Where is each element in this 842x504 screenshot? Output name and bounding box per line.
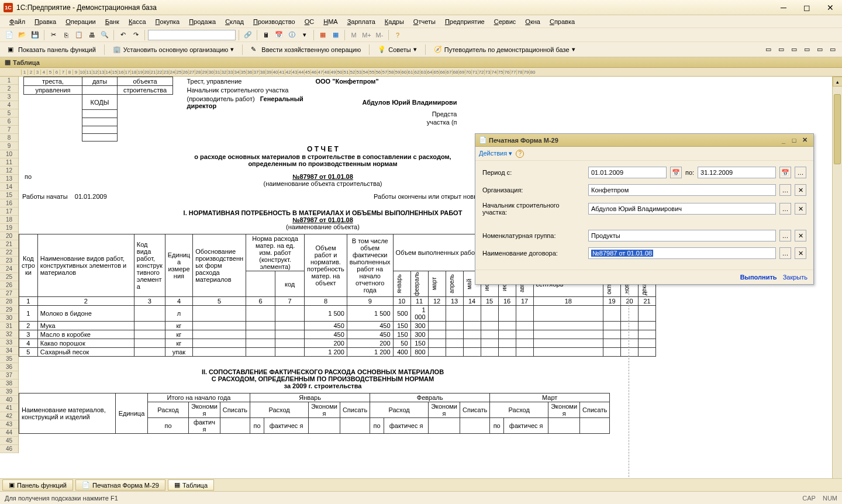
calendar-icon[interactable]: 📅 [779,167,791,178]
close-button[interactable]: ✕ [822,2,838,13]
window-mgmt-icon[interactable]: ▭ [801,44,813,56]
task-m29[interactable]: 📄Печатная Форма М-29 [75,479,165,491]
clear-button[interactable]: ✕ [795,203,806,215]
menu-reports[interactable]: Отчеты [409,17,440,26]
menu-kassa[interactable]: Касса [124,17,151,26]
select-button[interactable]: … [779,230,791,241]
dialog-close-button[interactable]: ✕ [799,136,810,145]
select-button[interactable]: … [779,203,791,215]
menu-warehouse[interactable]: Склад [220,17,249,26]
menu-bank[interactable]: Банк [101,17,124,26]
maximize-button[interactable]: ◻ [799,2,815,13]
statusbar: Для получения подсказки нажмите F1 CAP N… [0,491,842,504]
window-mgmt-icon[interactable]: ▭ [814,44,826,56]
open-icon[interactable]: 📂 [16,29,28,41]
org-input[interactable] [588,184,776,196]
scroll-up-icon[interactable]: ▴ [833,77,842,87]
menu-nma[interactable]: НМА [319,17,342,26]
help-icon[interactable]: ? [516,150,524,158]
cut-icon[interactable]: ✂ [47,29,59,41]
dialog-minimize-button[interactable]: _ [778,136,789,145]
select-button[interactable]: … [779,184,791,196]
clear-button[interactable]: ✕ [795,184,806,196]
close-link[interactable]: Закрыть [783,274,808,281]
menu-hr[interactable]: Кадры [380,17,409,26]
nom-input[interactable] [588,230,776,241]
app-icon: 1C [4,3,13,12]
enter-op-button[interactable]: ✎ Ввести хозяйственную операцию [247,44,365,56]
menu-salary[interactable]: Зарплата [343,17,380,26]
help-icon[interactable]: ? [392,29,403,41]
period-select-button[interactable]: … [795,167,806,178]
show-panel-button[interactable]: ▣ Показать панель функций [4,44,100,56]
copy-icon[interactable]: ⎘ [60,29,72,41]
search-input[interactable] [148,30,236,40]
print-icon[interactable]: 🖶 [86,29,98,41]
undo-icon[interactable]: ↶ [117,29,129,41]
head-label: Начальник строительного участка: [482,202,585,216]
nom-label: Номенклатурная группа: [482,232,585,239]
menu-edit[interactable]: Правка [30,17,61,26]
panel-icon: ▣ [9,481,15,489]
comparison-table: Наименование материалов, конструкций и и… [19,393,610,434]
mminus-icon[interactable]: M- [374,29,385,41]
document-tab[interactable]: ▦ Таблица [0,57,842,68]
minimize-button[interactable]: ─ [775,2,792,13]
paste-icon[interactable]: 📋 [73,29,85,41]
vertical-scrollbar[interactable]: ▴ ▾ [832,77,842,502]
menu-production[interactable]: Производство [249,17,300,26]
org-label: Организация: [482,187,585,194]
window-mgmt-icon[interactable]: ▭ [762,44,774,56]
guide-button[interactable]: 🧭 Путеводитель по демонстрационной базе … [430,44,579,56]
redo-icon[interactable]: ↷ [130,29,142,41]
menu-file[interactable]: Файл [5,17,30,26]
calendar-icon[interactable]: 📅 [670,167,682,178]
head-input[interactable] [588,203,776,215]
find-icon[interactable]: 🔍 [99,29,111,41]
chart-icon[interactable]: ▦ [330,29,341,41]
menu-os[interactable]: ОС [300,17,319,26]
window-mgmt-icon[interactable]: ▭ [788,44,800,56]
mplus-icon[interactable]: M+ [361,29,372,41]
window-mgmt-icon[interactable]: ▭ [775,44,787,56]
clear-button[interactable]: ✕ [795,230,806,241]
menu-purchase[interactable]: Покупка [151,17,185,26]
menu-sale[interactable]: Продажа [184,17,220,26]
grid-icon[interactable]: ▦ [317,29,329,41]
link-icon[interactable]: 🔗 [242,29,254,41]
period-from-input[interactable] [588,167,667,178]
clear-button[interactable]: ✕ [795,247,806,259]
period-to-input[interactable] [698,167,776,178]
menu-windows[interactable]: Окна [520,17,545,26]
task-table[interactable]: ▦Таблица [168,479,214,491]
menu-help[interactable]: Справка [545,17,579,26]
menu-enterprise[interactable]: Предприятие [440,17,489,26]
menu-operations[interactable]: Операции [61,17,100,26]
set-org-button[interactable]: 🏢 Установить основную организацию ▾ [109,44,239,56]
contract-input[interactable]: №87987 от 01.01.08 [588,247,776,259]
save-icon[interactable]: 💾 [29,29,41,41]
pencil-icon: ✎ [251,46,259,54]
calendar-icon[interactable]: 📅 [273,29,285,41]
tips-button[interactable]: 💡 Советы ▾ [374,44,420,56]
chevron-down-icon: ▾ [230,46,234,53]
period-from-label: Период с: [482,169,585,176]
task-panel[interactable]: ▣Панель функций [2,479,73,491]
info-icon[interactable]: ⓘ [286,29,298,41]
table-row: 2Мукакг450450150300 [19,322,656,330]
dialog-maximize-button[interactable]: □ [789,136,799,145]
window-mgmt-icon[interactable]: ▭ [827,44,838,56]
execute-button[interactable]: Выполнить [740,274,777,281]
scroll-thumb[interactable] [834,94,841,164]
window-taskbar: ▣Панель функций 📄Печатная Форма М-29 ▦Та… [0,478,842,491]
new-icon[interactable]: 📄 [4,29,15,41]
menu-service[interactable]: Сервис [489,17,521,26]
calc-icon[interactable]: 🖩 [260,29,272,41]
dialog-titlebar[interactable]: 📄 Печатная Форма М-29 _ □ ✕ [475,134,813,147]
dropdown-icon[interactable]: ▾ [299,29,310,41]
actions-dropdown[interactable]: Действия ▾ [479,150,512,157]
select-button[interactable]: … [779,247,791,259]
table-icon: ▦ [174,481,180,489]
compass-icon: 🧭 [434,46,442,54]
m-icon[interactable]: M [348,29,360,41]
